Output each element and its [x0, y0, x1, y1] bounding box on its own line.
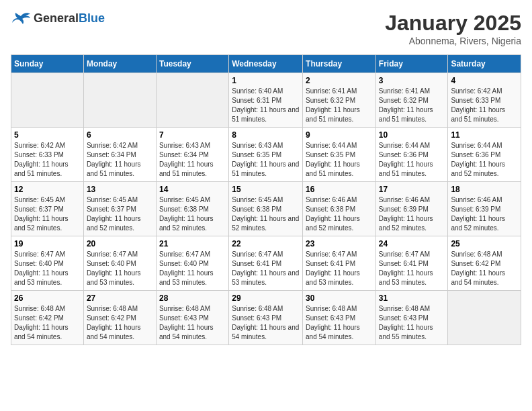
column-header-thursday: Thursday — [303, 55, 376, 73]
cell-content: Sunrise: 6:47 AMSunset: 6:41 PMDaylight:… — [232, 250, 300, 287]
calendar-cell: 20Sunrise: 6:47 AMSunset: 6:40 PMDayligh… — [83, 236, 156, 291]
cell-content: Sunrise: 6:40 AMSunset: 6:31 PMDaylight:… — [232, 87, 300, 124]
logo-blue: Blue — [79, 11, 105, 25]
cell-content: Sunrise: 6:48 AMSunset: 6:43 PMDaylight:… — [232, 304, 300, 342]
day-number: 6 — [87, 130, 153, 140]
day-number: 1 — [232, 76, 300, 85]
cell-content: Sunrise: 6:45 AMSunset: 6:37 PMDaylight:… — [87, 195, 153, 233]
column-header-monday: Monday — [83, 55, 156, 73]
day-number: 18 — [451, 185, 518, 194]
calendar-cell: 6Sunrise: 6:42 AMSunset: 6:34 PMDaylight… — [83, 128, 156, 182]
calendar-cell — [156, 73, 228, 128]
day-number: 20 — [87, 239, 153, 248]
calendar-cell: 25Sunrise: 6:48 AMSunset: 6:42 PMDayligh… — [448, 236, 521, 291]
calendar-week-row: 12Sunrise: 6:45 AMSunset: 6:37 PMDayligh… — [11, 182, 521, 236]
cell-content: Sunrise: 6:48 AMSunset: 6:43 PMDaylight:… — [379, 304, 445, 342]
column-header-sunday: Sunday — [11, 55, 84, 73]
cell-content: Sunrise: 6:47 AMSunset: 6:40 PMDaylight:… — [87, 250, 153, 287]
day-number: 12 — [14, 185, 81, 194]
day-number: 29 — [232, 293, 300, 303]
day-number: 13 — [87, 185, 153, 194]
cell-content: Sunrise: 6:43 AMSunset: 6:35 PMDaylight:… — [232, 141, 300, 179]
calendar-cell: 18Sunrise: 6:46 AMSunset: 6:39 PMDayligh… — [448, 182, 521, 236]
day-number: 14 — [159, 185, 226, 194]
title-block: January 2025 Abonnema, Rivers, Nigeria — [385, 11, 521, 46]
cell-content: Sunrise: 6:47 AMSunset: 6:40 PMDaylight:… — [159, 250, 226, 287]
calendar-cell: 2Sunrise: 6:41 AMSunset: 6:32 PMDaylight… — [303, 73, 376, 128]
day-number: 7 — [159, 130, 226, 140]
page-header: GeneralBlue January 2025 Abonnema, River… — [11, 11, 521, 46]
calendar-week-row: 26Sunrise: 6:48 AMSunset: 6:42 PMDayligh… — [11, 291, 521, 345]
calendar-cell: 14Sunrise: 6:45 AMSunset: 6:38 PMDayligh… — [156, 182, 228, 236]
calendar-week-row: 5Sunrise: 6:42 AMSunset: 6:33 PMDaylight… — [11, 128, 521, 182]
logo: GeneralBlue — [11, 11, 105, 26]
cell-content: Sunrise: 6:48 AMSunset: 6:42 PMDaylight:… — [87, 304, 153, 342]
day-number: 30 — [306, 293, 373, 303]
column-header-saturday: Saturday — [448, 55, 521, 73]
calendar-cell: 24Sunrise: 6:47 AMSunset: 6:41 PMDayligh… — [375, 236, 448, 291]
cell-content: Sunrise: 6:44 AMSunset: 6:36 PMDaylight:… — [451, 141, 518, 179]
calendar-cell: 4Sunrise: 6:42 AMSunset: 6:33 PMDaylight… — [448, 73, 521, 128]
cell-content: Sunrise: 6:42 AMSunset: 6:33 PMDaylight:… — [14, 141, 81, 179]
calendar-cell: 23Sunrise: 6:47 AMSunset: 6:41 PMDayligh… — [303, 236, 376, 291]
cell-content: Sunrise: 6:48 AMSunset: 6:43 PMDaylight:… — [159, 304, 226, 342]
day-number: 11 — [451, 130, 518, 140]
day-number: 9 — [306, 130, 373, 140]
logo-bird-icon — [11, 11, 31, 26]
calendar-cell: 26Sunrise: 6:48 AMSunset: 6:42 PMDayligh… — [11, 291, 84, 345]
calendar-cell — [11, 73, 84, 128]
cell-content: Sunrise: 6:48 AMSunset: 6:43 PMDaylight:… — [306, 304, 373, 342]
calendar-table: SundayMondayTuesdayWednesdayThursdayFrid… — [11, 54, 521, 345]
day-number: 27 — [87, 293, 153, 303]
cell-content: Sunrise: 6:47 AMSunset: 6:41 PMDaylight:… — [379, 250, 445, 287]
calendar-cell: 21Sunrise: 6:47 AMSunset: 6:40 PMDayligh… — [156, 236, 228, 291]
calendar-cell: 11Sunrise: 6:44 AMSunset: 6:36 PMDayligh… — [448, 128, 521, 182]
cell-content: Sunrise: 6:41 AMSunset: 6:32 PMDaylight:… — [379, 87, 445, 124]
day-number: 2 — [306, 76, 373, 85]
day-number: 23 — [306, 239, 373, 248]
calendar-cell: 17Sunrise: 6:46 AMSunset: 6:39 PMDayligh… — [375, 182, 448, 236]
calendar-cell: 29Sunrise: 6:48 AMSunset: 6:43 PMDayligh… — [229, 291, 303, 345]
cell-content: Sunrise: 6:46 AMSunset: 6:39 PMDaylight:… — [451, 195, 518, 233]
calendar-cell: 27Sunrise: 6:48 AMSunset: 6:42 PMDayligh… — [83, 291, 156, 345]
calendar-cell: 10Sunrise: 6:44 AMSunset: 6:36 PMDayligh… — [375, 128, 448, 182]
calendar-cell: 8Sunrise: 6:43 AMSunset: 6:35 PMDaylight… — [229, 128, 303, 182]
calendar-cell: 22Sunrise: 6:47 AMSunset: 6:41 PMDayligh… — [229, 236, 303, 291]
calendar-cell: 7Sunrise: 6:43 AMSunset: 6:34 PMDaylight… — [156, 128, 228, 182]
calendar-cell: 5Sunrise: 6:42 AMSunset: 6:33 PMDaylight… — [11, 128, 84, 182]
logo-text: GeneralBlue — [34, 11, 105, 26]
day-number: 3 — [379, 76, 445, 85]
day-number: 26 — [14, 293, 81, 303]
day-number: 24 — [379, 239, 445, 248]
cell-content: Sunrise: 6:42 AMSunset: 6:34 PMDaylight:… — [87, 141, 153, 179]
cell-content: Sunrise: 6:47 AMSunset: 6:41 PMDaylight:… — [306, 250, 373, 287]
calendar-cell: 16Sunrise: 6:46 AMSunset: 6:38 PMDayligh… — [303, 182, 376, 236]
day-number: 4 — [451, 76, 518, 85]
day-number: 8 — [232, 130, 300, 140]
month-title: January 2025 — [385, 11, 521, 36]
cell-content: Sunrise: 6:44 AMSunset: 6:35 PMDaylight:… — [306, 141, 373, 179]
calendar-cell: 9Sunrise: 6:44 AMSunset: 6:35 PMDaylight… — [303, 128, 376, 182]
day-number: 21 — [159, 239, 226, 248]
day-number: 19 — [14, 239, 81, 248]
column-header-wednesday: Wednesday — [229, 55, 303, 73]
calendar-cell: 12Sunrise: 6:45 AMSunset: 6:37 PMDayligh… — [11, 182, 84, 236]
cell-content: Sunrise: 6:48 AMSunset: 6:42 PMDaylight:… — [14, 304, 81, 342]
calendar-cell: 13Sunrise: 6:45 AMSunset: 6:37 PMDayligh… — [83, 182, 156, 236]
calendar-cell: 15Sunrise: 6:45 AMSunset: 6:38 PMDayligh… — [229, 182, 303, 236]
calendar-week-row: 19Sunrise: 6:47 AMSunset: 6:40 PMDayligh… — [11, 236, 521, 291]
column-header-friday: Friday — [375, 55, 448, 73]
logo-general: General — [34, 11, 79, 25]
day-number: 28 — [159, 293, 226, 303]
cell-content: Sunrise: 6:47 AMSunset: 6:40 PMDaylight:… — [14, 250, 81, 287]
calendar-cell: 19Sunrise: 6:47 AMSunset: 6:40 PMDayligh… — [11, 236, 84, 291]
cell-content: Sunrise: 6:43 AMSunset: 6:34 PMDaylight:… — [159, 141, 226, 179]
day-number: 17 — [379, 185, 445, 194]
calendar-header-row: SundayMondayTuesdayWednesdayThursdayFrid… — [11, 55, 521, 73]
day-number: 10 — [379, 130, 445, 140]
calendar-cell: 30Sunrise: 6:48 AMSunset: 6:43 PMDayligh… — [303, 291, 376, 345]
calendar-cell: 3Sunrise: 6:41 AMSunset: 6:32 PMDaylight… — [375, 73, 448, 128]
day-number: 15 — [232, 185, 300, 194]
day-number: 16 — [306, 185, 373, 194]
cell-content: Sunrise: 6:45 AMSunset: 6:38 PMDaylight:… — [232, 195, 300, 233]
